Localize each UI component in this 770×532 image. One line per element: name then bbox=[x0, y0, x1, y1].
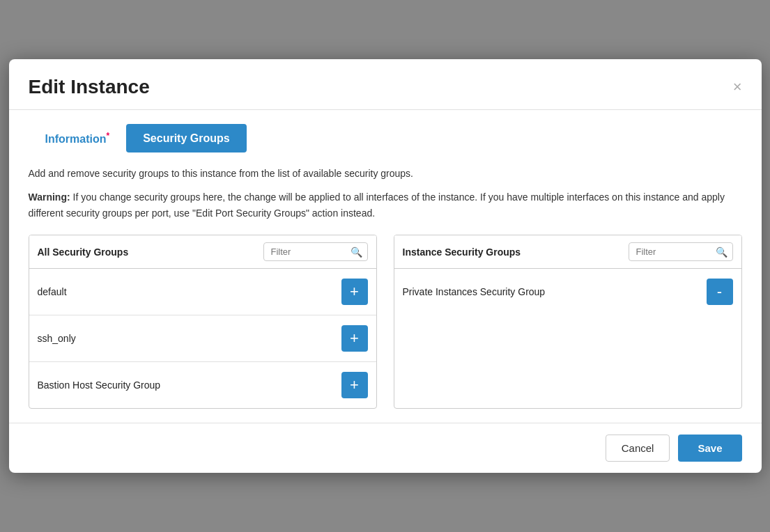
all-security-groups-header: All Security Groups 🔍 bbox=[29, 235, 376, 269]
list-item: Private Instances Security Group - bbox=[394, 269, 741, 315]
tabs: Information* Security Groups bbox=[29, 124, 742, 152]
modal-title: Edit Instance bbox=[29, 76, 150, 98]
list-item: Bastion Host Security Group + bbox=[29, 362, 376, 408]
instance-security-groups-panel: Instance Security Groups 🔍 Private Insta… bbox=[394, 235, 742, 409]
tab-information[interactable]: Information* bbox=[29, 124, 127, 152]
all-security-groups-panel: All Security Groups 🔍 default + ssh_only… bbox=[29, 235, 377, 409]
warning-text: Warning: If you change security groups h… bbox=[29, 189, 742, 221]
close-button[interactable]: × bbox=[733, 79, 742, 95]
all-security-groups-title: All Security Groups bbox=[38, 247, 129, 258]
add-default-button[interactable]: + bbox=[341, 279, 368, 305]
item-name: Bastion Host Security Group bbox=[38, 380, 161, 391]
list-item: default + bbox=[29, 269, 376, 315]
panels-container: All Security Groups 🔍 default + ssh_only… bbox=[29, 235, 742, 409]
description-text: Add and remove security groups to this i… bbox=[29, 166, 742, 181]
instance-security-groups-filter-wrap: 🔍 bbox=[629, 242, 733, 261]
remove-private-instances-button[interactable]: - bbox=[707, 279, 733, 305]
warning-body: If you change security groups here, the … bbox=[29, 191, 725, 218]
modal-footer: Cancel Save bbox=[9, 423, 762, 473]
instance-security-groups-title: Instance Security Groups bbox=[403, 247, 521, 258]
list-item: ssh_only + bbox=[29, 315, 376, 362]
all-security-groups-filter-wrap: 🔍 bbox=[263, 242, 368, 261]
cancel-button[interactable]: Cancel bbox=[606, 435, 670, 462]
modal-body: Information* Security Groups Add and rem… bbox=[9, 110, 762, 423]
item-name: Private Instances Security Group bbox=[403, 286, 546, 297]
warning-label: Warning: bbox=[29, 191, 70, 203]
all-security-groups-filter-input[interactable] bbox=[263, 242, 368, 261]
save-button[interactable]: Save bbox=[678, 435, 741, 462]
item-name: default bbox=[38, 286, 67, 297]
add-bastion-button[interactable]: + bbox=[341, 372, 368, 398]
instance-security-groups-header: Instance Security Groups 🔍 bbox=[394, 235, 741, 269]
add-ssh-only-button[interactable]: + bbox=[341, 325, 368, 352]
item-name: ssh_only bbox=[38, 333, 76, 344]
tab-security-groups[interactable]: Security Groups bbox=[126, 124, 246, 152]
modal-header: Edit Instance × bbox=[9, 59, 762, 110]
edit-instance-modal: Edit Instance × Information* Security Gr… bbox=[9, 59, 762, 473]
instance-security-groups-filter-input[interactable] bbox=[629, 242, 733, 261]
